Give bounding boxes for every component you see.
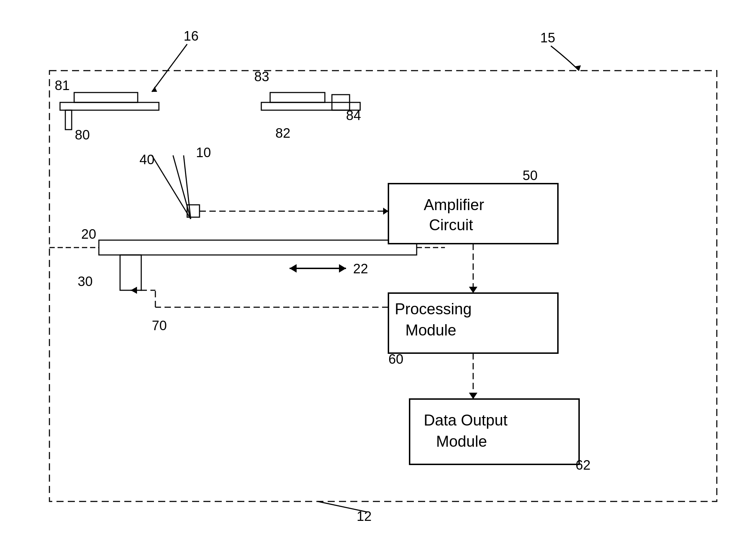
svg-rect-4: [74, 93, 138, 102]
svg-rect-3: [65, 110, 72, 130]
amplifier-label-line2: Circuit: [429, 216, 473, 233]
svg-marker-15: [290, 264, 297, 273]
svg-marker-18: [131, 287, 137, 294]
diagram-container: 15 16 81 80 83 84 82: [0, 0, 756, 553]
component-81-top: [60, 102, 159, 110]
ref40-label: 40: [139, 152, 154, 167]
ref80-label: 80: [75, 127, 90, 142]
data-output-label-line1: Data Output: [424, 411, 507, 429]
stage-support: [120, 255, 141, 290]
ref20-label: 20: [81, 227, 96, 242]
component-82-base: [261, 102, 360, 110]
sample-stage: [99, 240, 417, 255]
ref50-label: 50: [523, 168, 537, 183]
data-output-module-box: [410, 399, 579, 464]
processing-label-line2: Module: [405, 321, 456, 339]
ref10-label: 10: [196, 145, 211, 160]
ref22-label: 22: [353, 261, 368, 276]
ref60-label: 60: [388, 352, 403, 367]
svg-line-1: [152, 44, 187, 92]
ref30-label: 30: [78, 274, 93, 289]
ref15-label: 15: [540, 30, 555, 45]
svg-marker-2: [152, 87, 157, 92]
svg-marker-11: [383, 208, 388, 215]
system-boundary-box: [49, 71, 717, 501]
svg-marker-16: [339, 264, 346, 273]
svg-line-8: [173, 155, 191, 219]
ref82-label: 82: [275, 126, 290, 141]
amplifier-label-line1: Amplifier: [424, 196, 484, 213]
ref16-label: 16: [184, 29, 198, 43]
amplifier-circuit-box: [388, 184, 558, 244]
ref81-label: 81: [55, 78, 70, 93]
processing-label-line1: Processing: [395, 300, 472, 317]
ref70-label: 70: [152, 318, 167, 333]
svg-rect-6: [270, 93, 325, 102]
svg-line-25: [318, 501, 367, 512]
ref62-label: 62: [576, 458, 590, 472]
ref83-label: 83: [254, 69, 269, 84]
svg-marker-22: [469, 287, 477, 293]
svg-marker-24: [469, 393, 477, 399]
data-output-label-line2: Module: [436, 433, 487, 450]
ref84-label: 84: [346, 108, 361, 123]
